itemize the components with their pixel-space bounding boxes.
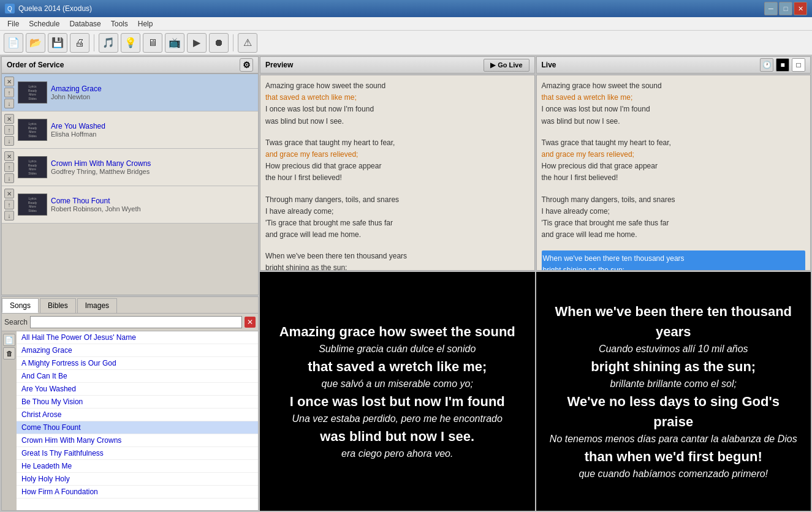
music-button[interactable]: 🎵	[99, 33, 118, 53]
oos-item-title[interactable]: Are You Washed	[51, 122, 256, 130]
lyric-line: I once was lost but now I'm found	[542, 104, 806, 115]
tab-images[interactable]: Images	[77, 298, 117, 313]
song-list-item[interactable]: Come Thou Fount	[17, 421, 258, 434]
menu-help[interactable]: Help	[133, 17, 158, 31]
go-live-button[interactable]: ▶ Go Live	[484, 59, 529, 72]
oos-remove-button[interactable]: ✕	[4, 114, 14, 124]
screen2-button[interactable]: 📺	[165, 33, 184, 53]
lyric-line: 'Tis grace that brought me safe thus far	[265, 217, 529, 229]
warning-button[interactable]: ⚠	[238, 33, 257, 53]
song-list-item[interactable]: All Hail The Power Of Jesus' Name	[17, 331, 258, 344]
close-button[interactable]: ✕	[794, 2, 807, 15]
oos-remove-button[interactable]: ✕	[4, 77, 14, 86]
song-list-item[interactable]: Amazing Grace	[17, 344, 258, 357]
oos-item-author: John Newton	[51, 93, 256, 100]
minimize-button[interactable]: ─	[764, 2, 778, 15]
play-button[interactable]: ▶	[187, 33, 207, 53]
titlebar-left: Q Quelea 2014 (Exodus)	[5, 4, 92, 13]
song-list-item[interactable]: Crown Him With Many Crowns	[17, 434, 258, 447]
tab-bibles[interactable]: Bibles	[40, 298, 76, 313]
menu-file[interactable]: File	[2, 17, 24, 31]
preview-verse[interactable]: When we've been there ten thousand years…	[265, 250, 529, 271]
oos-thumb: LyricsReadyMoreSlides	[18, 119, 47, 141]
live-black-button[interactable]: ■	[776, 58, 789, 72]
lyric-line: I have already come;	[542, 206, 806, 217]
live-verse[interactable]: Through many dangers, toils, and snares …	[542, 194, 806, 241]
oos-down-button[interactable]: ↓	[4, 211, 14, 220]
oos-remove-button[interactable]: ✕	[4, 151, 14, 161]
oos-item[interactable]: ✕ ↑ ↓ LyricsReadyMoreSlides Amazing Grac…	[2, 74, 258, 111]
song-list-item[interactable]: Christ Arose	[17, 408, 258, 421]
preview-verse[interactable]: Twas grace that taught my heart to fear,…	[265, 137, 529, 184]
menu-schedule[interactable]: Schedule	[24, 17, 64, 31]
live-line-2: Cuando estuvimos allí 10 mil años	[548, 342, 799, 356]
oos-up-button[interactable]: ↑	[4, 200, 14, 209]
preview-line-2: Sublime gracia cuán dulce el sonido	[279, 342, 515, 356]
live-display-text: When we've been there ten thousand years…	[548, 301, 799, 481]
oos-up-button[interactable]: ↑	[4, 125, 14, 135]
oos-down-button[interactable]: ↓	[4, 99, 14, 108]
lyric-line: the hour I first believed!	[265, 172, 529, 184]
song-list-item[interactable]: Great Is Thy Faithfulness	[17, 447, 258, 460]
song-list: All Hail The Power Of Jesus' Name Amazin…	[17, 331, 258, 510]
preview-verse[interactable]: Through many dangers, toils, and snares …	[265, 194, 529, 241]
lyric-line: 'Tis grace that brought me safe thus far	[542, 217, 806, 229]
go-live-icon: ▶	[490, 61, 495, 69]
preview-display[interactable]: Amazing grace how sweet the sound Sublim…	[260, 272, 535, 511]
oos-settings-button[interactable]: ⚙	[240, 58, 253, 72]
song-list-item[interactable]: Holy Holy Holy	[17, 473, 258, 486]
live-line-4: brillante brillante como el sol;	[548, 377, 799, 391]
oos-item[interactable]: ✕ ↑ ↓ LyricsReadyMoreSlides Are You Wash…	[2, 111, 258, 149]
menu-database[interactable]: Database	[64, 17, 105, 31]
tab-songs[interactable]: Songs	[2, 298, 39, 313]
main-content: Order of Service ⚙ ✕ ↑ ↓ LyricsReadyMore…	[0, 55, 812, 512]
screen-button[interactable]: 🖥	[143, 33, 162, 53]
print-button[interactable]: 🖨	[70, 33, 89, 53]
go-live-label: Go Live	[498, 61, 522, 69]
lyric-line: Amazing grace how sweet the sound	[265, 80, 529, 92]
oos-item-info: Crown Him With Many Crowns Godfrey Thrin…	[51, 159, 256, 175]
oos-item[interactable]: ✕ ↑ ↓ LyricsReadyMoreSlides Crown Him Wi…	[2, 149, 258, 186]
menubar: File Schedule Database Tools Help	[0, 17, 812, 31]
song-list-item[interactable]: Are You Washed	[17, 383, 258, 396]
search-input[interactable]	[30, 316, 242, 328]
oos-up-button[interactable]: ↑	[4, 162, 14, 172]
oos-down-button[interactable]: ↓	[4, 136, 14, 146]
left-bottom: Songs Bibles Images Search ✕ 📄 🗑 All Hai…	[1, 296, 259, 511]
live-verse[interactable]: Twas grace that taught my heart to fear,…	[542, 137, 806, 184]
lyric-line: Twas grace that taught my heart to fear,	[265, 137, 529, 149]
live-white-button[interactable]: □	[792, 58, 805, 72]
new-button[interactable]: 📄	[4, 33, 23, 53]
record-button[interactable]: ⏺	[209, 33, 229, 53]
oos-item-title[interactable]: Come Thou Fount	[51, 197, 256, 205]
maximize-button[interactable]: □	[779, 2, 792, 15]
oos-down-button[interactable]: ↓	[4, 173, 14, 183]
oos-thumb: LyricsReadyMoreSlides	[18, 156, 47, 178]
open-button[interactable]: 📂	[26, 33, 45, 53]
oos-item[interactable]: ✕ ↑ ↓ LyricsReadyMoreSlides Come Thou Fo…	[2, 186, 258, 224]
song-list-item[interactable]: He Leadeth Me	[17, 460, 258, 473]
song-list-item[interactable]: Be Thou My Vision	[17, 396, 258, 408]
lyric-line: Through many dangers, toils, and snares	[542, 194, 806, 206]
bulb-button[interactable]: 💡	[121, 33, 140, 53]
oos-item-title[interactable]: Crown Him With Many Crowns	[51, 159, 256, 168]
lyric-line: I have already come;	[265, 206, 529, 217]
search-clear-button[interactable]: ✕	[245, 317, 256, 328]
delete-song-button[interactable]: 🗑	[3, 347, 15, 360]
add-song-button[interactable]: 📄	[3, 334, 15, 346]
song-list-item[interactable]: A Mighty Fortress is Our God	[17, 357, 258, 370]
save-button[interactable]: 💾	[48, 33, 67, 53]
live-verse-active[interactable]: When we've been there ten thousand years…	[542, 250, 806, 271]
live-clock-button[interactable]: 🕐	[760, 58, 773, 72]
oos-remove-button[interactable]: ✕	[4, 189, 14, 198]
preview-verse[interactable]: Amazing grace how sweet the sound that s…	[265, 80, 529, 127]
live-verse[interactable]: Amazing grace how sweet the sound that s…	[542, 80, 806, 127]
oos-item-title[interactable]: Amazing Grace	[51, 85, 256, 93]
song-list-item[interactable]: How Firm A Foundation	[17, 486, 258, 499]
right-panel: Live 🕐 ■ □ Amazing grace how sweet the s…	[536, 56, 811, 511]
live-display[interactable]: When we've been there ten thousand years…	[536, 272, 811, 511]
song-list-item[interactable]: And Can It Be	[17, 370, 258, 383]
search-bar: Search ✕	[2, 314, 258, 331]
menu-tools[interactable]: Tools	[106, 17, 133, 31]
oos-up-button[interactable]: ↑	[4, 88, 14, 97]
